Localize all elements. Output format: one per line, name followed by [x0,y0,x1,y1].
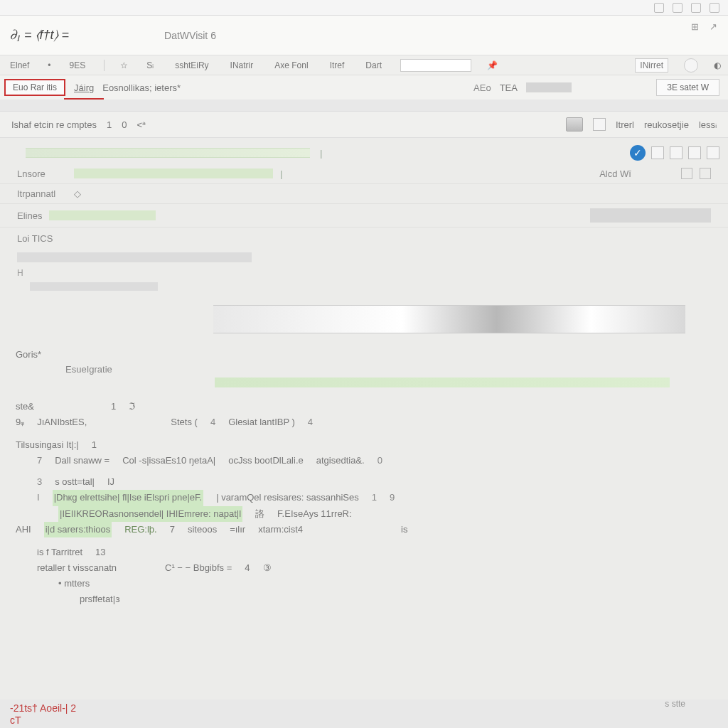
toolbar2-label-2[interactable]: Jáirg [74,82,94,93]
c-l1-b: 1 [111,399,116,414]
c-l2-d: 4 [210,414,215,430]
field-icon-2[interactable]: ◇ [74,188,81,199]
field-right-icon-2[interactable] [700,168,711,179]
context-thumbnail[interactable] [566,117,583,132]
toolbar2-label-3[interactable]: Eosnollikas; ieters* [102,82,181,93]
field-row-3: Elines [0,204,728,228]
field-right-text: Alcd Wī [599,168,631,179]
toolbar-item-0[interactable]: Elnef [7,59,32,72]
footer: -21ts† Aoeil-| 2 cT [0,700,728,728]
titlebar [0,0,728,16]
field-label-1: Lnsore [17,168,67,179]
grid-icon-2[interactable] [670,146,682,159]
c-l2-e: Glesiat lantIBP ) [228,414,295,430]
c-l4-d: ocJss bootDlLali.e [228,453,304,469]
toolbar-item-4[interactable]: INatrir [228,59,257,72]
top-marker: | [320,148,322,159]
toolbar-extra-icon[interactable]: ◐ [714,60,721,70]
titlebar-icon-3[interactable] [691,3,701,13]
header-icon-2[interactable]: ↗ [710,21,721,33]
c-l7-c: F.EIseAys 11rreR: [277,506,352,522]
mid-shade-bar [17,252,252,262]
tab-underline [64,98,104,100]
context-link-2[interactable]: reukosetjie [644,119,689,130]
context-bar: Ishaf etcin re cmptes 1 0 <ᵃ Itrerl reuk… [0,111,728,138]
c-l8-e: siteoos [188,522,217,537]
toolbar-dropdown[interactable] [400,59,471,72]
c-l9-b: 13 [95,545,105,560]
grid-icon-4[interactable] [707,146,719,159]
toolbar-circle-button[interactable] [684,58,698,73]
main-toolbar: Elnef • 9ES ☆ Sᵢ sshtEiRy INatrir Axe Fo… [0,55,728,75]
context-link-1[interactable]: Itrerl [616,119,634,130]
toolbar-icon[interactable]: ☆ [120,60,128,70]
c-l2-b: JıANIbstES, [37,414,87,430]
highlighted-tab[interactable]: Euo Rar itis [4,79,65,96]
sync-icon[interactable]: ✓ [630,145,646,161]
grid-icon-1[interactable] [651,146,664,159]
toolbar-item-6[interactable]: Itref [327,59,348,72]
toolbar-end-button[interactable]: INirret [635,58,668,73]
field-label-3: Elines [17,210,42,221]
c-l6-e: 9 [390,490,395,505]
titlebar-icon-2[interactable] [673,3,682,13]
c-l7-b: 詻 [255,506,264,522]
header-icon-1[interactable]: ⊞ [691,21,702,33]
top-highlight-bar [26,148,310,158]
c-l5-a: 3 [37,474,42,490]
field-row-1: Lnsore | Alcd Wī [0,164,728,184]
field-value-1[interactable] [74,168,273,178]
toolbar2-right-button[interactable]: 3E satet W [656,79,719,96]
grid-icon-3[interactable] [688,146,701,159]
c-l4-e: atgisedtia&. [316,453,365,469]
c-l7-a: |IEIIKREORasnonsendel| IHIEmrere: napat|… [58,506,242,522]
section-green-line [215,378,670,387]
c-l4-c: Col -s|issaEs10 ŋetaA| [122,453,215,469]
field-row-2: Itrpannatl ◇ [0,184,728,204]
context-link-3[interactable]: lessᵢ [699,119,717,130]
titlebar-icon-1[interactable] [654,3,664,13]
c-l11-a: • mtters [58,576,90,592]
field-label-2: Itrpannatl [17,188,67,199]
c-l2-f: 4 [308,414,313,430]
titlebar-icon-4[interactable] [710,3,719,13]
c-l8-g: xtarm:cist4 [258,522,303,537]
c-l6-a: I [37,490,40,505]
footer-line-2: cT [10,714,718,727]
toolbar-item-3[interactable]: sshtEiRy [172,59,211,72]
section-sub: EsueIgratie [65,364,712,375]
pin-icon[interactable]: 📌 [487,60,498,70]
c-l10-d: ③ [263,560,272,576]
toolbar-item-1[interactable]: 9ES [67,59,89,72]
field-row-4: Loi TICS [0,228,728,250]
c-l10-a: retaller t visscanatn [37,560,117,576]
c-l8-f: =ılır [230,522,245,537]
section-head: Goris* [16,349,712,360]
header: 𝜕₁ = ⟨f†t⟩ = DatWVisit 6 ⊞ ↗ [0,16,728,55]
toolbar-item-2[interactable]: Sᵢ [144,59,156,72]
section-goris: Goris* EsueIgratie [0,345,728,395]
c-l8-d: 7 [170,522,175,537]
c-l8-c: REG:lþ. [124,522,157,537]
c-l9-a: is f Tarritret [37,545,82,560]
bottom-status: s stte [665,697,685,700]
bullet-icon: • [48,60,50,70]
context-num-1: 1 [107,119,112,130]
c-l6-d: 1 [372,490,377,505]
c-l10-b: C¹ − − Bbgibfs = [165,560,232,576]
footer-line-1: -21ts† Aoeil-| 2 [10,702,718,714]
c-l1-a: ste& [16,399,34,414]
c-l6-b: |Dhкg elrettsihe| fl|Ise iElspri pne|eF. [53,490,204,505]
c-l1-c: ℑ [129,399,135,414]
field-label-4: Loi TICS [17,233,53,244]
field-right-bar-3 [590,208,711,223]
toolbar-item-5[interactable]: Axe Fonl [272,59,311,72]
gradient-bar [213,305,685,333]
c-l8-h: is [401,522,407,537]
c-l8-b: i|d sarers:thioos [44,522,112,537]
c-l5-b: s ostt=tal| [55,474,95,490]
field-value-3[interactable] [49,210,156,220]
context-icon-1[interactable] [593,118,606,131]
field-right-icon-1[interactable] [681,168,692,179]
toolbar-item-7[interactable]: Dart [363,59,385,72]
